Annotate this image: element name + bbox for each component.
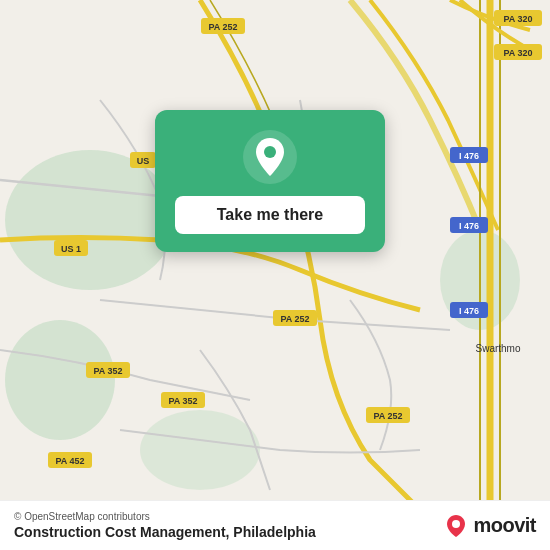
bottom-bar: © OpenStreetMap contributors Constructio… bbox=[0, 500, 550, 550]
svg-point-1 bbox=[5, 150, 175, 290]
svg-text:PA 352: PA 352 bbox=[168, 396, 197, 406]
svg-text:PA 452: PA 452 bbox=[55, 456, 84, 466]
moovit-pin-icon bbox=[443, 513, 469, 539]
svg-text:I 476: I 476 bbox=[459, 221, 479, 231]
svg-text:Swarthmo: Swarthmo bbox=[475, 343, 520, 354]
moovit-label: moovit bbox=[473, 514, 536, 537]
svg-text:I 476: I 476 bbox=[459, 306, 479, 316]
location-pin-icon bbox=[243, 130, 297, 184]
svg-text:PA 352: PA 352 bbox=[93, 366, 122, 376]
location-title: Construction Cost Management, Philadelph… bbox=[14, 524, 316, 540]
svg-text:PA 320: PA 320 bbox=[503, 48, 532, 58]
svg-text:PA 252: PA 252 bbox=[280, 314, 309, 324]
attribution-text: © OpenStreetMap contributors bbox=[14, 511, 316, 522]
take-me-there-button[interactable]: Take me there bbox=[175, 196, 365, 234]
svg-point-2 bbox=[5, 320, 115, 440]
bottom-bar-info: © OpenStreetMap contributors Constructio… bbox=[14, 511, 316, 540]
svg-text:PA 252: PA 252 bbox=[208, 22, 237, 32]
svg-text:PA 320: PA 320 bbox=[503, 14, 532, 24]
svg-point-35 bbox=[264, 146, 276, 158]
svg-text:PA 252: PA 252 bbox=[373, 411, 402, 421]
svg-point-36 bbox=[452, 520, 460, 528]
moovit-logo: moovit bbox=[443, 513, 536, 539]
svg-text:US: US bbox=[137, 156, 150, 166]
svg-text:US 1: US 1 bbox=[61, 244, 81, 254]
svg-point-4 bbox=[140, 410, 260, 490]
svg-text:I 476: I 476 bbox=[459, 151, 479, 161]
map-container: PA 320 PA 320 PA 252 US US 1 I 476 I 476… bbox=[0, 0, 550, 550]
location-card: Take me there bbox=[155, 110, 385, 252]
